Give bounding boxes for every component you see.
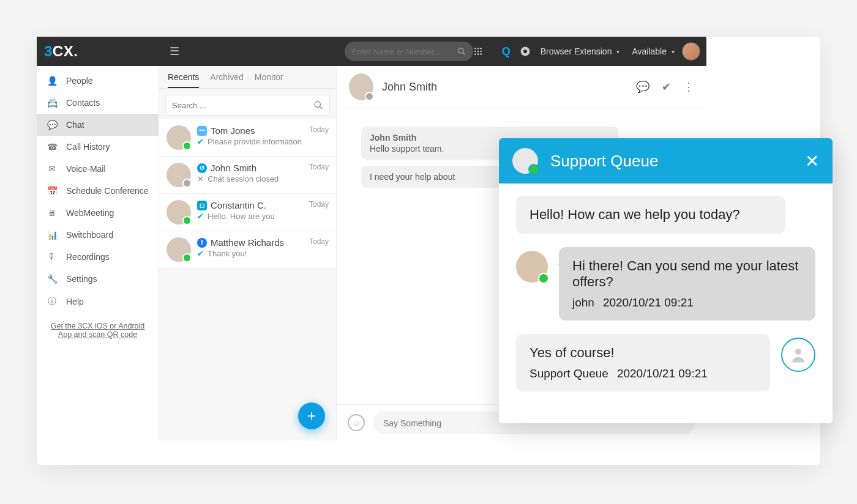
svg-point-8 <box>474 53 476 55</box>
chat-list-column: Recents Archived Monitor 〰Tom Jones ✔Ple… <box>159 66 337 440</box>
sidebar-item-contacts[interactable]: 📇Contacts <box>37 92 159 114</box>
popup-header: Support Queue ✕ <box>499 138 833 183</box>
chat-time: Today <box>309 163 329 171</box>
wrench-icon: 🔧 <box>47 274 58 284</box>
message-text: I need your help about <box>370 172 455 182</box>
global-search-input[interactable] <box>352 47 457 56</box>
sidebar-item-help[interactable]: ⓘHelp <box>37 290 159 313</box>
list-search[interactable] <box>165 95 330 116</box>
avatar <box>167 237 191 262</box>
bars-icon: 📊 <box>47 230 58 240</box>
chat-row[interactable]: fMatthew Richards ✔Thank you! Today <box>159 231 336 269</box>
sidebar-item-webmeeting[interactable]: 🖥WebMeeting <box>37 202 159 224</box>
source-icon: ◻ <box>197 201 207 210</box>
svg-point-3 <box>477 48 479 50</box>
svg-point-13 <box>315 102 320 107</box>
chat-time: Today <box>309 125 329 134</box>
search-icon <box>457 47 466 56</box>
tab-recents[interactable]: Recents <box>168 72 199 88</box>
chrome-icon <box>517 46 533 57</box>
topbar: 3CX. ☰ Q Browser Extension Available <box>37 37 706 66</box>
phone-icon: ☎ <box>47 142 58 152</box>
avatar <box>167 125 191 150</box>
mic-icon: 🎙 <box>47 252 58 262</box>
chat-row[interactable]: ◻Constantin C. ✔Hello. How are you Today <box>159 194 336 231</box>
avatar[interactable] <box>682 42 700 61</box>
chat-icon: 💬 <box>47 120 58 130</box>
svg-line-1 <box>462 53 465 55</box>
check-icon: ✔ <box>197 212 204 221</box>
source-icon: 〰 <box>197 126 207 136</box>
conversation-title: John Smith <box>382 81 437 94</box>
svg-point-5 <box>474 51 476 53</box>
message-text: Hi there! Can you send me your latest of… <box>572 258 798 289</box>
browser-ext-dropdown[interactable]: Browser Extension <box>536 46 625 56</box>
sidebar: 👤People 📇Contacts 💬Chat ☎Call History ✉V… <box>37 66 159 440</box>
mail-icon: ✉ <box>47 164 58 174</box>
hamburger-icon[interactable]: ☰ <box>159 45 190 58</box>
avatar <box>349 73 373 100</box>
avatar <box>516 251 548 283</box>
search-icon <box>313 100 323 110</box>
calendar-icon: 📅 <box>47 186 58 196</box>
svg-point-0 <box>458 48 463 53</box>
message-text: Hello! How can we help you today? <box>530 207 740 222</box>
people-icon: 👤 <box>47 76 58 86</box>
global-search[interactable] <box>345 42 473 61</box>
svg-point-6 <box>477 51 479 53</box>
chat-row[interactable]: 〰Tom Jones ✔Please provide information T… <box>159 119 336 157</box>
sidebar-item-switchboard[interactable]: 📊Switchboard <box>37 224 159 246</box>
mark-done-icon[interactable]: ✔ <box>662 80 671 94</box>
message-author: Support Queue <box>530 367 608 380</box>
list-tabs: Recents Archived Monitor <box>159 66 336 89</box>
new-chat-fab[interactable]: + <box>298 402 325 429</box>
sidebar-item-settings[interactable]: 🔧Settings <box>37 268 159 290</box>
sidebar-item-recordings[interactable]: 🎙Recordings <box>37 246 159 268</box>
avatar <box>512 148 538 174</box>
avatar <box>167 200 191 224</box>
info-icon: ⓘ <box>47 296 58 307</box>
sidebar-footer-link[interactable]: Get the 3CX iOS or Android App and scan … <box>37 313 159 347</box>
chat-row[interactable]: ↺John Smith ✕Chat session closed Today <box>159 157 336 194</box>
message-time: 2020/10/21 09:21 <box>603 296 694 309</box>
check-icon: ✔ <box>197 249 204 258</box>
avatar <box>167 163 191 187</box>
agent-avatar-ring[interactable] <box>781 338 815 372</box>
popup-title: Support Queue <box>550 152 658 171</box>
svg-point-15 <box>795 349 801 355</box>
logo[interactable]: 3CX. <box>37 43 159 60</box>
sidebar-item-voicemail[interactable]: ✉Voice-Mail <box>37 158 159 180</box>
emoji-icon[interactable]: ☺ <box>348 414 365 431</box>
more-icon[interactable]: ⋮ <box>683 80 694 94</box>
svg-point-10 <box>480 53 482 55</box>
monitor-icon: 🖥 <box>47 208 58 218</box>
close-icon[interactable]: ✕ <box>805 151 819 171</box>
message-text: Yes of course! <box>530 345 615 360</box>
sidebar-item-call-history[interactable]: ☎Call History <box>37 136 159 158</box>
close-icon: ✕ <box>197 174 204 183</box>
popup-message: Hello! How can we help you today? <box>516 196 785 234</box>
status-dropdown[interactable]: Available <box>627 46 679 56</box>
message-text: Hello support team. <box>370 144 444 154</box>
svg-point-9 <box>477 53 479 55</box>
chat-action-icon[interactable]: 💬 <box>636 80 649 94</box>
message-time: 2020/10/21 09:21 <box>617 367 708 380</box>
svg-point-2 <box>474 48 476 50</box>
list-search-input[interactable] <box>172 101 313 110</box>
svg-point-7 <box>480 51 482 53</box>
conversation-header: John Smith 💬 ✔ ⋮ <box>337 66 706 108</box>
dialpad-icon[interactable] <box>473 46 495 56</box>
sidebar-item-chat[interactable]: 💬Chat <box>37 114 159 136</box>
sidebar-item-people[interactable]: 👤People <box>37 70 159 92</box>
chat-time: Today <box>309 200 329 209</box>
popup-message: Yes of course! Support Queue2020/10/21 0… <box>516 334 770 391</box>
source-icon: f <box>197 238 207 248</box>
support-popup: Support Queue ✕ Hello! How can we help y… <box>499 138 833 423</box>
tab-archived[interactable]: Archived <box>210 72 243 88</box>
queue-icon[interactable]: Q <box>495 45 517 58</box>
tab-monitor[interactable]: Monitor <box>255 72 283 88</box>
message-author: john <box>572 296 594 309</box>
sidebar-item-schedule[interactable]: 📅Schedule Conference <box>37 180 159 202</box>
check-icon: ✔ <box>197 137 204 146</box>
svg-line-14 <box>320 106 322 109</box>
